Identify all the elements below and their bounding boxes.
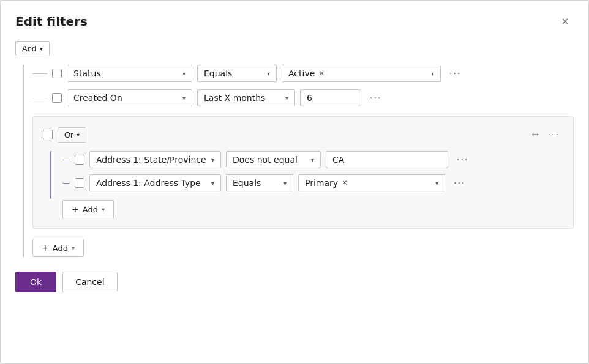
addresstype-tag: Primary ✕ [305, 178, 349, 188]
and-label: And [22, 44, 36, 53]
or-row-addresstype-checkbox[interactable] [75, 178, 84, 188]
or-connector-2 [62, 183, 70, 184]
or-group-more-icon: ··· [548, 129, 560, 139]
or-add-label: Add [83, 205, 98, 214]
filter-rows-container: Status ▾ Equals ▾ Active ✕ ▾ ··· [15, 65, 574, 257]
or-group-button[interactable]: Or ▾ [58, 127, 86, 143]
state-field-dropdown[interactable]: Address 1: State/Province ▾ [89, 151, 221, 168]
status-operator-dropdown[interactable]: Equals ▾ [197, 65, 277, 82]
createdon-field-dropdown[interactable]: Created On ▾ [67, 89, 192, 106]
or-group-actions: ⤢ ··· [532, 127, 563, 143]
collapse-icon[interactable]: ⤢ [530, 128, 542, 141]
status-tag: Active ✕ [288, 69, 326, 78]
status-more-icon: ··· [449, 68, 461, 78]
dialog-title: Edit filters [15, 14, 88, 29]
main-add-label: Add [53, 243, 68, 253]
edit-filters-dialog: Edit filters × And ▾ Status ▾ Equals ▾ [0, 0, 589, 364]
state-field-chevron: ▾ [211, 157, 214, 163]
status-value-chevron: ▾ [431, 70, 434, 77]
row-createdon-checkbox[interactable] [52, 93, 62, 103]
status-more-button[interactable]: ··· [446, 65, 465, 81]
close-icon: × [562, 15, 569, 28]
or-label: Or [64, 130, 73, 139]
connector-line-2 [32, 98, 47, 98]
addresstype-value-chevron: ▾ [435, 180, 438, 187]
addresstype-operator-chevron: ▾ [283, 180, 287, 187]
dialog-header: Edit filters × [15, 13, 574, 30]
addresstype-field-label: Address 1: Address Type [96, 178, 201, 188]
addresstype-value-tag: Primary ✕ ▾ [298, 174, 445, 191]
or-group-header: Or ▾ ⤢ ··· [43, 127, 563, 143]
or-add-chevron-icon: ▾ [102, 206, 105, 213]
state-more-icon: ··· [457, 154, 468, 165]
dialog-footer: Ok Cancel [15, 272, 574, 292]
or-add-plus-icon: + [72, 204, 79, 214]
createdon-operator-chevron: ▾ [285, 95, 288, 102]
status-field-dropdown[interactable]: Status ▾ [67, 65, 192, 82]
ok-button[interactable]: Ok [15, 272, 56, 292]
addresstype-operator-dropdown[interactable]: Equals ▾ [226, 174, 293, 191]
or-connector-1 [62, 160, 70, 160]
or-row-state-checkbox[interactable] [75, 155, 84, 165]
filter-row-created-on: Created On ▾ Last X months ▾ ··· [32, 89, 574, 106]
addresstype-tag-remove[interactable]: ✕ [340, 179, 349, 187]
filter-row-status: Status ▾ Equals ▾ Active ✕ ▾ ··· [32, 65, 574, 82]
or-group: Or ▾ ⤢ ··· Address 1: State/ [32, 116, 574, 229]
state-value-input[interactable] [326, 151, 448, 168]
createdon-field-label: Created On [73, 93, 122, 103]
status-tag-remove[interactable]: ✕ [317, 69, 326, 78]
and-chevron-icon: ▾ [40, 45, 43, 52]
addresstype-operator-label: Equals [233, 178, 261, 188]
or-group-add-button[interactable]: + Add ▾ [62, 200, 114, 218]
row-status-checkbox[interactable] [52, 69, 62, 78]
or-row-address-type: Address 1: Address Type ▾ Equals ▾ Prima… [62, 174, 563, 191]
addresstype-tag-text: Primary [305, 178, 338, 188]
state-more-button[interactable]: ··· [453, 152, 472, 168]
status-field-chevron: ▾ [182, 70, 186, 77]
state-operator-dropdown[interactable]: Does not equal ▾ [226, 151, 321, 168]
addresstype-field-dropdown[interactable]: Address 1: Address Type ▾ [89, 174, 221, 191]
createdon-field-chevron: ▾ [182, 95, 186, 102]
createdon-operator-dropdown[interactable]: Last X months ▾ [197, 89, 295, 106]
status-field-label: Status [73, 69, 101, 78]
addresstype-field-chevron: ▾ [211, 180, 214, 187]
or-row-state: Address 1: State/Province ▾ Does not equ… [62, 151, 563, 168]
or-chevron-icon: ▾ [77, 132, 80, 138]
or-rows-container: Address 1: State/Province ▾ Does not equ… [43, 151, 563, 218]
or-group-header-left: Or ▾ [43, 127, 86, 143]
main-add-chevron-icon: ▾ [72, 245, 75, 251]
or-group-checkbox[interactable] [43, 130, 53, 139]
and-group-button[interactable]: And ▾ [15, 41, 50, 56]
state-operator-chevron: ▾ [311, 157, 314, 163]
status-value-tag: Active ✕ ▾ [282, 65, 441, 82]
createdon-more-button[interactable]: ··· [366, 90, 385, 106]
status-tag-text: Active [288, 69, 315, 78]
createdon-more-icon: ··· [370, 92, 381, 103]
cancel-button[interactable]: Cancel [62, 272, 117, 292]
state-operator-label: Does not equal [233, 155, 298, 165]
addresstype-more-icon: ··· [454, 177, 465, 188]
or-group-more-button[interactable]: ··· [544, 127, 563, 143]
createdon-operator-label: Last X months [204, 93, 265, 103]
status-operator-label: Equals [204, 69, 232, 78]
close-button[interactable]: × [557, 13, 574, 30]
main-add-plus-icon: + [42, 243, 49, 253]
main-add-button[interactable]: + Add ▾ [32, 239, 84, 257]
createdon-value-input[interactable] [300, 89, 361, 106]
connector-line [32, 73, 47, 74]
state-field-label: Address 1: State/Province [96, 155, 206, 165]
addresstype-more-button[interactable]: ··· [450, 175, 469, 191]
status-operator-chevron: ▾ [267, 70, 270, 77]
